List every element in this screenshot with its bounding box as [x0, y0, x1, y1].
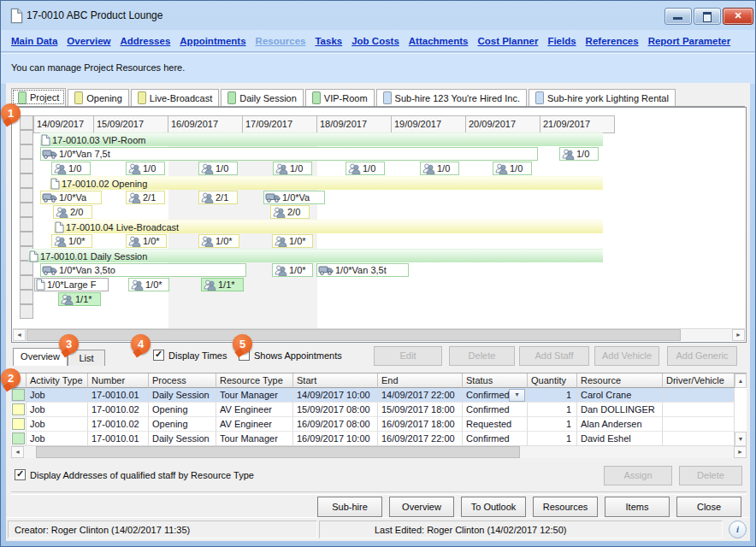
cell-process[interactable]: Daily Session — [149, 388, 216, 403]
cell-start[interactable]: 14/09/2017 10:00 — [293, 388, 378, 403]
cell-number[interactable]: 17-0010.01 — [88, 432, 149, 446]
timeline-resource-item[interactable]: 1/0* — [272, 263, 313, 277]
column-header-quantity[interactable]: Quantity — [528, 373, 577, 388]
timeline-resource-item[interactable]: 2/0 — [270, 205, 310, 219]
timeline-resource-item[interactable]: 1/1* — [58, 292, 101, 306]
cell-start[interactable]: 16/09/2017 08:00 — [293, 417, 378, 432]
column-header-resource-type[interactable]: Resource Type — [216, 373, 293, 388]
timeline-resource-item[interactable]: 2/1 — [126, 191, 165, 204]
scrollbar-track[interactable] — [24, 446, 734, 458]
project-tab-live-broadcast[interactable]: Live-Broadcast — [131, 89, 219, 106]
timeline-resource-item[interactable]: 1/0*Van 3,5to — [40, 263, 246, 277]
column-header-status[interactable]: Status — [463, 373, 528, 388]
menu-item-resources[interactable]: Resources — [256, 36, 306, 46]
timeline-project-bar[interactable]: 17-0010.03 VIP-Room — [40, 132, 603, 146]
minimize-button[interactable] — [664, 8, 692, 25]
cell-activity-type[interactable]: Job — [27, 388, 88, 403]
timeline-hscrollbar[interactable]: ◄ ► — [13, 328, 745, 341]
cell-end[interactable]: 14/09/2017 22:00 — [378, 388, 463, 403]
cell-resource-type[interactable]: AV Engineer — [216, 417, 293, 432]
scroll-right-button[interactable]: ► — [734, 446, 747, 458]
resources-button[interactable]: Resources — [533, 497, 598, 517]
cell-end[interactable]: 15/09/2017 18:00 — [378, 403, 463, 417]
cell-status[interactable]: Requested — [463, 417, 528, 432]
timeline-resource-item[interactable]: 1/0 — [273, 162, 312, 175]
column-header-end[interactable]: End — [378, 373, 463, 388]
cell-driver-vehicle[interactable] — [663, 432, 735, 446]
project-tab-project[interactable]: Project — [11, 88, 66, 106]
overview-button[interactable]: Overview — [389, 497, 454, 517]
cell-resource-type[interactable]: AV Engineer — [216, 403, 293, 417]
timeline-resource-item[interactable]: 1/0*Van 3,5t — [316, 263, 409, 277]
timeline-resource-item[interactable]: 2/0 — [53, 205, 92, 219]
column-header-start[interactable]: Start — [293, 373, 378, 388]
items-button[interactable]: Items — [605, 497, 670, 517]
cell-number[interactable]: 17-0010.02 — [88, 417, 149, 432]
cell-status[interactable]: Confirmed — [463, 432, 528, 446]
row-header-cell[interactable] — [20, 159, 33, 174]
menu-item-attachments[interactable]: Attachments — [409, 36, 469, 46]
table-vscrollbar-down[interactable]: ▼ — [735, 432, 747, 446]
scroll-right-button[interactable]: ► — [732, 329, 745, 341]
timeline-resource-item[interactable]: 1/0 — [198, 162, 238, 175]
timeline-resource-item[interactable]: 1/0* — [128, 278, 169, 291]
tab-overview[interactable]: Overview — [13, 348, 68, 366]
cell-activity-type[interactable]: Job — [27, 403, 88, 417]
cell-start[interactable]: 16/09/2017 10:00 — [293, 432, 378, 446]
cell-resource[interactable]: Carol Crane — [577, 388, 663, 403]
menu-item-appointments[interactable]: Appointments — [180, 36, 245, 46]
project-tab-vip-room[interactable]: VIP-Room — [305, 89, 375, 106]
display-times-checkbox[interactable] — [153, 350, 164, 361]
timeline-resource-item[interactable]: 1/0* — [126, 234, 167, 248]
column-header-driver-vehicle[interactable]: Driver/Vehicle — [663, 373, 735, 388]
info-icon[interactable]: i — [729, 521, 747, 538]
timeline-resource-item[interactable]: 1/0 — [126, 162, 165, 175]
cell-resource[interactable]: David Eshel — [577, 432, 663, 446]
row-header-cell[interactable] — [20, 188, 33, 203]
project-tab-daily-session[interactable]: Daily Session — [221, 89, 304, 106]
cell-quantity[interactable]: 1 — [528, 403, 577, 417]
menu-item-report-parameter[interactable]: Report Parameter — [648, 36, 731, 46]
timeline-resource-item[interactable]: 1/0*Va — [40, 191, 102, 204]
cell-number[interactable]: 17-0010.01 — [88, 388, 149, 403]
cell-activity-type[interactable]: Job — [27, 432, 88, 446]
row-header-cell[interactable] — [20, 290, 33, 304]
timeline-project-bar[interactable]: 17-0010.02 Opening — [50, 176, 603, 190]
timeline-project-bar[interactable]: 17-0010.01 Daily Session — [28, 249, 603, 262]
table-row[interactable]: Job17-0010.01Daily SessionTour Manager16… — [11, 432, 747, 446]
to-outlook-button[interactable]: To Outlook — [461, 497, 526, 517]
table-row[interactable]: Job17-0010.01Daily SessionTour Manager14… — [11, 388, 747, 403]
cell-resource-type[interactable]: Tour Manager — [216, 388, 293, 403]
scrollbar-thumb[interactable] — [36, 446, 520, 458]
row-header-cell[interactable] — [20, 304, 33, 319]
cell-status[interactable]: Confirmed — [463, 403, 528, 417]
timeline-resource-item[interactable]: 1/0* — [198, 234, 239, 248]
cell-driver-vehicle[interactable] — [663, 417, 735, 432]
column-header-process[interactable]: Process — [149, 373, 216, 388]
row-header-cell[interactable] — [20, 232, 33, 246]
scroll-up-button[interactable]: ▲ — [735, 373, 747, 388]
cell-end[interactable]: 16/09/2017 18:00 — [378, 417, 463, 432]
timeline-resource-item[interactable]: 1/0*Van 7,5t — [40, 147, 538, 161]
column-header-activity-type[interactable]: Activity Type — [27, 373, 88, 388]
menu-item-cost-planner[interactable]: Cost Planner — [477, 36, 538, 46]
close-button[interactable]: Close — [676, 497, 741, 517]
table-row[interactable]: Job17-0010.02OpeningAV Engineer15/09/201… — [11, 403, 747, 417]
cell-resource[interactable]: Alan Andersen — [577, 417, 663, 432]
cell-quantity[interactable]: 1 — [528, 388, 577, 403]
cell-activity-type[interactable]: Job — [27, 417, 88, 432]
scroll-down-button[interactable]: ▼ — [735, 432, 747, 446]
timeline-resource-item[interactable]: 1/0 — [51, 162, 91, 175]
row-header-cell[interactable] — [20, 261, 33, 275]
menu-item-fields[interactable]: Fields — [547, 36, 576, 46]
column-header-number[interactable]: Number — [88, 373, 149, 388]
timeline-resource-item[interactable]: 1/0 — [493, 162, 532, 175]
row-header-cell[interactable] — [20, 115, 33, 130]
cell-process[interactable]: Opening — [149, 417, 216, 432]
cell-number[interactable]: 17-0010.02 — [88, 403, 149, 417]
project-tab-sub-hire-123-you-re-hired-inc-[interactable]: Sub-hire 123 You're Hired Inc. — [376, 89, 527, 106]
timeline-resource-item[interactable]: 1/0*Va — [263, 191, 325, 204]
timeline-resource-item[interactable]: 1/0 — [420, 162, 459, 175]
table-row[interactable]: Job17-0010.02OpeningAV Engineer16/09/201… — [11, 417, 747, 432]
cell-process[interactable]: Opening — [149, 403, 216, 417]
